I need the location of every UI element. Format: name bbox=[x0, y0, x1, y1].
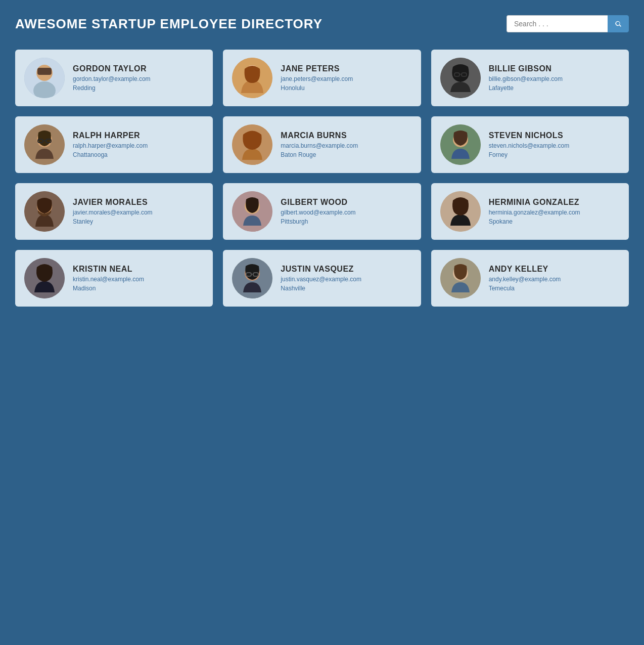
employee-email[interactable]: marcia.burns@example.com bbox=[281, 142, 358, 149]
employee-card[interactable]: HERMINIA GONZALEZherminia.gonzalez@examp… bbox=[431, 183, 629, 240]
employee-info: HERMINIA GONZALEZherminia.gonzalez@examp… bbox=[489, 198, 580, 225]
employee-email[interactable]: ralph.harper@example.com bbox=[73, 142, 148, 149]
employee-info: STEVEN NICHOLSsteven.nichols@example.com… bbox=[489, 131, 570, 158]
employee-city: Honolulu bbox=[281, 84, 353, 92]
avatar bbox=[440, 258, 481, 298]
employee-name: KRISTIN NEAL bbox=[73, 265, 144, 274]
employee-city: Redding bbox=[73, 84, 151, 92]
avatar bbox=[440, 58, 481, 98]
employee-email[interactable]: gilbert.wood@example.com bbox=[281, 209, 355, 216]
employee-card[interactable]: JAVIER MORALESjavier.morales@example.com… bbox=[15, 183, 213, 240]
employee-card[interactable]: GORDON TAYLORgordon.taylor@example.comRe… bbox=[15, 50, 213, 106]
employee-city: Pittsburgh bbox=[281, 218, 355, 225]
employee-grid: GORDON TAYLORgordon.taylor@example.comRe… bbox=[15, 50, 629, 307]
employee-email[interactable]: jane.peters@example.com bbox=[281, 75, 353, 82]
avatar bbox=[24, 258, 65, 298]
employee-name: BILLIE GIBSON bbox=[489, 64, 563, 73]
avatar bbox=[232, 191, 272, 232]
employee-card[interactable]: KRISTIN NEALkristin.neal@example.comMadi… bbox=[15, 250, 213, 307]
employee-name: JANE PETERS bbox=[281, 64, 353, 73]
employee-city: Nashville bbox=[281, 285, 361, 292]
employee-card[interactable]: ANDY KELLEYandy.kelley@example.comTemecu… bbox=[431, 250, 629, 307]
employee-city: Madison bbox=[73, 285, 144, 292]
employee-email[interactable]: andy.kelley@example.com bbox=[489, 276, 561, 283]
employee-email[interactable]: kristin.neal@example.com bbox=[73, 276, 144, 283]
employee-city: Forney bbox=[489, 151, 570, 158]
employee-info: JANE PETERSjane.peters@example.comHonolu… bbox=[281, 64, 353, 92]
search-icon bbox=[614, 20, 622, 28]
employee-card[interactable]: STEVEN NICHOLSsteven.nichols@example.com… bbox=[431, 116, 629, 173]
avatar bbox=[232, 124, 272, 165]
employee-email[interactable]: billie.gibson@example.com bbox=[489, 75, 563, 82]
page-header: AWESOME STARTUP EMPLOYEE DIRECTORY bbox=[15, 10, 629, 37]
employee-card[interactable]: MARCIA BURNSmarcia.burns@example.comBato… bbox=[223, 116, 421, 173]
employee-info: ANDY KELLEYandy.kelley@example.comTemecu… bbox=[489, 265, 561, 292]
employee-email[interactable]: gordon.taylor@example.com bbox=[73, 75, 151, 82]
employee-city: Stanley bbox=[73, 218, 153, 225]
employee-card[interactable]: JANE PETERSjane.peters@example.comHonolu… bbox=[223, 50, 421, 106]
search-container bbox=[507, 15, 629, 32]
avatar bbox=[24, 124, 65, 165]
employee-email[interactable]: javier.morales@example.com bbox=[73, 209, 153, 216]
employee-name: ANDY KELLEY bbox=[489, 265, 561, 274]
svg-rect-4 bbox=[37, 68, 52, 75]
avatar bbox=[232, 258, 272, 298]
employee-city: Temecula bbox=[489, 285, 561, 292]
employee-city: Baton Rouge bbox=[281, 151, 358, 158]
search-input[interactable] bbox=[507, 15, 608, 32]
employee-email[interactable]: herminia.gonzalez@example.com bbox=[489, 209, 580, 216]
employee-info: KRISTIN NEALkristin.neal@example.comMadi… bbox=[73, 265, 144, 292]
search-button[interactable] bbox=[608, 15, 629, 32]
employee-city: Spokane bbox=[489, 218, 580, 225]
employee-name: JAVIER MORALES bbox=[73, 198, 153, 207]
employee-info: JAVIER MORALESjavier.morales@example.com… bbox=[73, 198, 153, 225]
employee-card[interactable]: BILLIE GIBSONbillie.gibson@example.comLa… bbox=[431, 50, 629, 106]
avatar bbox=[24, 58, 65, 98]
employee-name: MARCIA BURNS bbox=[281, 131, 358, 140]
employee-name: RALPH HARPER bbox=[73, 131, 148, 140]
employee-email[interactable]: steven.nichols@example.com bbox=[489, 142, 570, 149]
employee-name: JUSTIN VASQUEZ bbox=[281, 265, 361, 274]
employee-info: MARCIA BURNSmarcia.burns@example.comBato… bbox=[281, 131, 358, 158]
employee-info: GORDON TAYLORgordon.taylor@example.comRe… bbox=[73, 64, 151, 92]
avatar bbox=[24, 191, 65, 232]
employee-card[interactable]: GILBERT WOODgilbert.wood@example.comPitt… bbox=[223, 183, 421, 240]
employee-info: JUSTIN VASQUEZjustin.vasquez@example.com… bbox=[281, 265, 361, 292]
employee-name: HERMINIA GONZALEZ bbox=[489, 198, 580, 207]
employee-info: RALPH HARPERralph.harper@example.comChat… bbox=[73, 131, 148, 158]
page-title: AWESOME STARTUP EMPLOYEE DIRECTORY bbox=[15, 16, 323, 32]
employee-city: Lafayette bbox=[489, 84, 563, 92]
avatar bbox=[440, 191, 481, 232]
employee-info: BILLIE GIBSONbillie.gibson@example.comLa… bbox=[489, 64, 563, 92]
avatar bbox=[232, 58, 272, 98]
employee-card[interactable]: JUSTIN VASQUEZjustin.vasquez@example.com… bbox=[223, 250, 421, 307]
employee-email[interactable]: justin.vasquez@example.com bbox=[281, 276, 361, 283]
employee-city: Chattanooga bbox=[73, 151, 148, 158]
employee-name: STEVEN NICHOLS bbox=[489, 131, 570, 140]
employee-name: GILBERT WOOD bbox=[281, 198, 355, 207]
avatar bbox=[440, 124, 481, 165]
employee-card[interactable]: RALPH HARPERralph.harper@example.comChat… bbox=[15, 116, 213, 173]
employee-info: GILBERT WOODgilbert.wood@example.comPitt… bbox=[281, 198, 355, 225]
employee-name: GORDON TAYLOR bbox=[73, 64, 151, 73]
